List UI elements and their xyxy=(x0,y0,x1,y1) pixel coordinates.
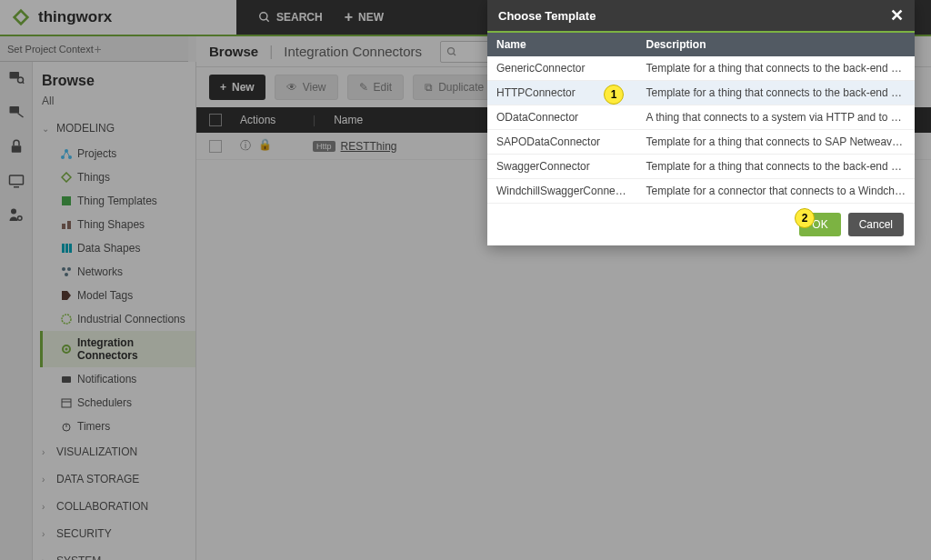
networks-icon xyxy=(61,266,72,277)
section-data-storage[interactable]: ›DATA STORAGE xyxy=(33,465,195,493)
template-row-name: ODataConnector xyxy=(487,105,637,130)
template-row[interactable]: SAPODataConnectorTemplate for a thing th… xyxy=(487,130,915,155)
global-new-button[interactable]: + NEW xyxy=(345,9,384,25)
plus-icon: + xyxy=(220,81,226,94)
select-all-checkbox[interactable] xyxy=(209,114,222,126)
section-label: DATA STORAGE xyxy=(56,473,139,485)
cancel-button[interactable]: Cancel xyxy=(848,213,904,236)
notifications-icon xyxy=(61,374,72,385)
lock-icon[interactable]: 🔒 xyxy=(258,138,272,154)
edit-button-label: Edit xyxy=(374,81,393,94)
svg-marker-16 xyxy=(62,173,71,182)
new-label: NEW xyxy=(358,11,384,24)
breadcrumb-current: Integration Connectors xyxy=(284,44,422,59)
rail-monitor-icon[interactable] xyxy=(8,173,25,189)
svg-point-24 xyxy=(67,267,71,271)
section-security[interactable]: ›SECURITY xyxy=(33,520,195,547)
section-label: MODELING xyxy=(56,122,115,135)
sidebar-item-integration-connectors[interactable]: Integration Connectors xyxy=(40,331,195,367)
svg-rect-7 xyxy=(9,106,19,114)
svg-rect-21 xyxy=(65,244,68,253)
template-row[interactable]: WindchillSwaggerConnectorTemplate for a … xyxy=(487,179,915,204)
view-button-label: View xyxy=(303,81,326,94)
duplicate-button-label: Duplicate xyxy=(438,81,484,94)
svg-rect-17 xyxy=(62,196,71,205)
rail-user-icon[interactable] xyxy=(8,207,25,224)
sidebar-item-thing-shapes[interactable]: Thing Shapes xyxy=(40,213,195,236)
modal-footer: OK Cancel xyxy=(487,204,915,245)
svg-point-26 xyxy=(62,315,71,324)
row-type-tag: Http xyxy=(313,141,335,152)
row-name-link[interactable]: RESTThing xyxy=(341,140,397,153)
section-collaboration[interactable]: ›COLLABORATION xyxy=(33,493,195,520)
templates-icon xyxy=(61,195,72,206)
sidebar-item-things[interactable]: Things xyxy=(40,165,195,189)
sidebar-item-data-shapes[interactable]: Data Shapes xyxy=(40,236,195,260)
row-actions: ⓘ 🔒 xyxy=(240,138,295,154)
sidebar-item-industrial-connections[interactable]: Industrial Connections xyxy=(40,307,195,331)
sidebar-item-thing-templates[interactable]: Thing Templates xyxy=(40,189,195,213)
template-row-desc: A thing that connects to a system via HT… xyxy=(637,105,916,130)
edit-button[interactable]: ✎Edit xyxy=(347,75,405,100)
choose-template-modal: Choose Template ✕ Name Description Gener… xyxy=(487,0,915,245)
svg-point-28 xyxy=(65,348,68,351)
chevron-right-icon: › xyxy=(42,475,51,485)
sidebar-all[interactable]: All xyxy=(33,95,195,115)
section-system[interactable]: ›SYSTEM xyxy=(33,547,195,560)
sidebar-title: Browse xyxy=(33,62,195,95)
sidebar-item-projects[interactable]: Projects xyxy=(40,142,195,165)
template-row[interactable]: SwaggerConnectorTemplate for a thing tha… xyxy=(487,155,915,179)
sidebar-item-label: Industrial Connections xyxy=(77,313,185,325)
shapes-icon xyxy=(61,219,72,230)
row-checkbox[interactable] xyxy=(209,140,222,153)
svg-rect-8 xyxy=(11,145,21,153)
template-table: Name Description GenericConnectorTemplat… xyxy=(487,33,915,204)
section-visualization[interactable]: ›VISUALIZATION xyxy=(33,438,195,465)
template-row[interactable]: HTTPConnectorTemplate for a thing that c… xyxy=(487,81,915,105)
template-row[interactable]: ODataConnectorA thing that connects to a… xyxy=(487,105,915,130)
svg-rect-19 xyxy=(67,221,71,229)
template-row-name: GenericConnector xyxy=(487,56,637,81)
svg-rect-30 xyxy=(62,399,71,407)
top-actions: SEARCH + NEW xyxy=(236,9,384,25)
svg-rect-20 xyxy=(62,244,65,253)
global-search-button[interactable]: SEARCH xyxy=(258,11,323,24)
svg-point-11 xyxy=(11,209,16,215)
sidebar-item-notifications[interactable]: Notifications xyxy=(40,367,195,391)
sidebar-item-timers[interactable]: Timers xyxy=(40,415,195,438)
sidebar-item-networks[interactable]: Networks xyxy=(40,260,195,284)
svg-point-5 xyxy=(17,77,23,83)
brand-area: thingworx xyxy=(0,7,236,27)
template-row-desc: Template for a thing that connects to th… xyxy=(637,155,916,179)
sidebar-item-schedulers[interactable]: Schedulers xyxy=(40,391,195,415)
sidebar: Browse All ⌄MODELING Projects Things Thi… xyxy=(33,62,196,560)
rail-lock-icon[interactable] xyxy=(8,138,25,155)
new-button[interactable]: +New xyxy=(209,75,265,100)
section-modeling[interactable]: ⌄MODELING xyxy=(33,115,195,142)
view-button[interactable]: 👁View xyxy=(275,75,338,100)
sidebar-item-label: Thing Shapes xyxy=(77,218,145,231)
rail-browse-icon[interactable] xyxy=(8,69,25,85)
schedulers-icon xyxy=(61,397,72,408)
brand-logo-icon xyxy=(11,7,31,27)
modal-header: Choose Template ✕ xyxy=(487,0,915,33)
eye-icon: 👁 xyxy=(286,81,297,94)
pencil-icon: ✎ xyxy=(359,81,368,94)
breadcrumb-root[interactable]: Browse xyxy=(209,44,258,59)
sidebar-item-model-tags[interactable]: Model Tags xyxy=(40,284,195,307)
template-row[interactable]: GenericConnectorTemplate for a thing tha… xyxy=(487,56,915,81)
sidebar-item-label: Networks xyxy=(77,265,123,278)
row-name-cell: Http RESTThing xyxy=(313,140,397,153)
chevron-right-icon: › xyxy=(42,502,51,512)
close-icon[interactable]: ✕ xyxy=(890,5,904,25)
duplicate-button[interactable]: ⧉Duplicate xyxy=(413,75,496,100)
col-template-desc: Description xyxy=(637,33,916,56)
rail-nav-icon[interactable] xyxy=(8,104,25,120)
copy-icon: ⧉ xyxy=(425,81,433,94)
template-row-name: SAPODataConnector xyxy=(487,130,637,155)
project-context-bar[interactable]: Set Project Context + xyxy=(0,36,188,62)
info-icon[interactable]: ⓘ xyxy=(240,138,251,154)
template-row-desc: Template for a thing that connects to SA… xyxy=(637,130,916,155)
integration-icon xyxy=(61,344,72,355)
sidebar-tree: ⌄MODELING Projects Things Thing Template… xyxy=(33,115,195,560)
